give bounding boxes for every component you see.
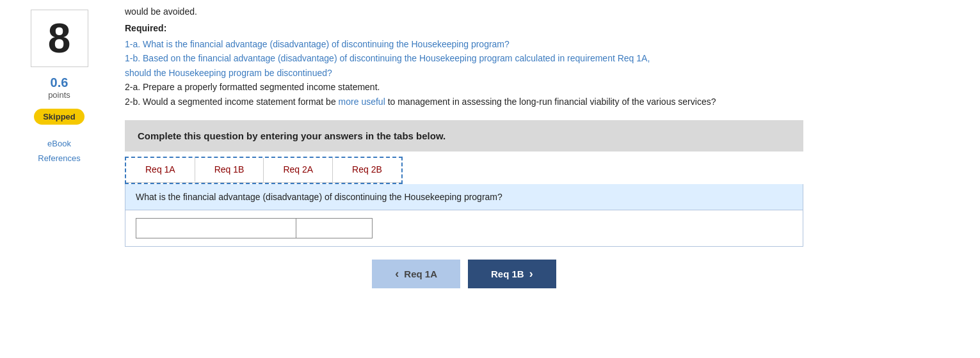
main-content: would be avoided. Required: 1-a. What is…	[118, 6, 980, 352]
req-line-2a: 2-a. Prepare a properly formatted segmen…	[125, 80, 967, 94]
complete-box: Complete this question by entering your …	[125, 120, 803, 152]
question-number-box: 8	[31, 10, 88, 67]
answer-area	[125, 210, 803, 247]
blue-part: more useful	[339, 97, 385, 107]
question-banner: What is the financial advantage (disadva…	[125, 184, 803, 210]
tabs-row: Req 1A Req 1B Req 2A Req 2B	[126, 158, 401, 183]
left-panel: 8 0.6 points Skipped eBook References	[0, 6, 118, 352]
chevron-left-icon	[395, 267, 399, 281]
req-line-2b: 2-b. Would a segmented income statement …	[125, 95, 967, 109]
tabs-outer: Req 1A Req 1B Req 2A Req 2B What is the …	[125, 152, 803, 247]
points-label: points	[48, 90, 70, 100]
tab-req-2b[interactable]: Req 2B	[333, 158, 401, 182]
left-links: eBook References	[0, 139, 118, 163]
complete-box-text: Complete this question by entering your …	[138, 130, 446, 141]
answer-input-right[interactable]	[296, 218, 373, 238]
skipped-badge: Skipped	[34, 109, 84, 125]
ebook-link[interactable]: eBook	[47, 139, 71, 148]
next-button-label: Req 1B	[491, 268, 524, 279]
required-title: Required:	[125, 23, 967, 33]
tab-req-1b[interactable]: Req 1B	[195, 158, 264, 182]
nav-buttons: Req 1A Req 1B	[125, 260, 803, 288]
required-section: Required: 1-a. What is the financial adv…	[125, 23, 967, 109]
question-banner-text: What is the financial advantage (disadva…	[136, 192, 502, 202]
req-line-1b: 1-b. Based on the financial advantage (d…	[125, 51, 967, 80]
next-button[interactable]: Req 1B	[468, 260, 556, 288]
req-line-2b-text: 2-b. Would a segmented income statement …	[125, 97, 716, 107]
req-line-1a-text: 1-a. What is the financial advantage (di…	[125, 39, 510, 49]
tabs-dashed-border: Req 1A Req 1B Req 2A Req 2B	[125, 157, 403, 184]
prev-button-label: Req 1A	[404, 268, 437, 279]
tab-req-1a[interactable]: Req 1A	[126, 158, 195, 182]
req-line-2a-text: 2-a. Prepare a properly formatted segmen…	[125, 82, 380, 92]
req-line-1a: 1-a. What is the financial advantage (di…	[125, 37, 967, 51]
references-link[interactable]: References	[38, 153, 80, 163]
question-number: 8	[48, 15, 71, 62]
answer-input-left[interactable]	[136, 218, 296, 238]
chevron-right-icon	[529, 267, 533, 281]
points-value: 0.6	[51, 75, 68, 90]
cut-off-text: would be avoided.	[125, 6, 967, 17]
req-line-1b-text: 1-b. Based on the financial advantage (d…	[125, 53, 650, 77]
prev-button[interactable]: Req 1A	[372, 260, 460, 288]
tab-req-2a[interactable]: Req 2A	[264, 158, 333, 182]
